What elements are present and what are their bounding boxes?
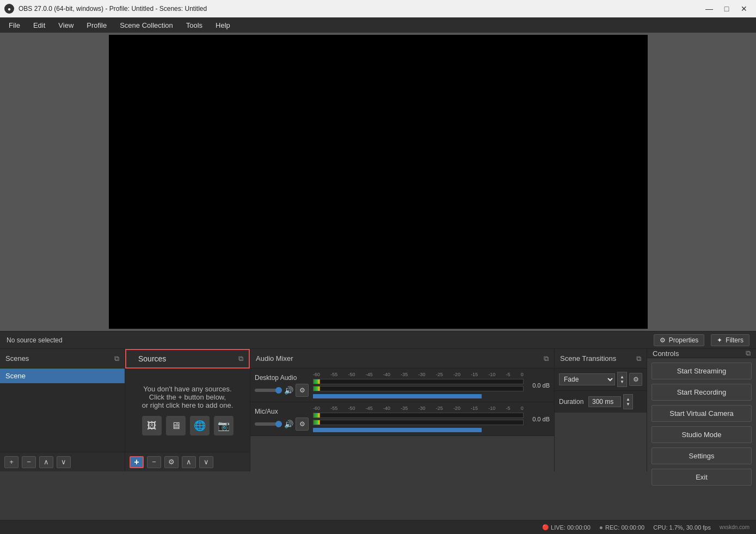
- menu-edit[interactable]: Edit: [27, 19, 52, 32]
- mic-aux-channel: Mic/Aux 🔊 ⚙ -60-55-50-45-40-35-30-25-20-…: [250, 402, 554, 436]
- audio-panel-icon[interactable]: ⧉: [544, 354, 549, 363]
- sources-empty-text: You don't have any sources. Click the + …: [142, 385, 233, 409]
- minimize-button[interactable]: —: [702, 4, 717, 14]
- sources-settings-button[interactable]: ⚙: [164, 456, 179, 468]
- live-status: 🔴 LIVE: 00:00:00: [542, 524, 591, 531]
- sources-type-icons: 🖼 🖥 🌐 📷: [142, 416, 233, 435]
- audio-header-label: Audio Mixer: [256, 354, 293, 363]
- start-streaming-button[interactable]: Start Streaming: [651, 363, 752, 379]
- controls-header-label: Controls: [653, 349, 679, 358]
- menu-scene-collection[interactable]: Scene Collection: [113, 19, 180, 32]
- scenes-remove-button[interactable]: −: [22, 456, 36, 468]
- desktop-audio-db: 0.0 dB: [528, 382, 550, 389]
- title-text: OBS 27.0.0 (64-bit, windows) - Profile: …: [19, 5, 207, 13]
- status-bar: No source selected ⚙ Properties ✦ Filter…: [0, 331, 756, 348]
- audio-panel: Audio Mixer ⧉ Desktop Audio 🔊 ⚙ -60-55-5…: [250, 349, 555, 471]
- bottom-panels: Scenes ⧉ Scene + − ∧ ∨ Sources ⧉ You don…: [0, 348, 756, 471]
- close-button[interactable]: ✕: [736, 4, 752, 14]
- desktop-audio-settings[interactable]: ⚙: [296, 384, 309, 397]
- duration-row: Duration ▲ ▼: [555, 391, 647, 413]
- transitions-panel-header: Scene Transitions ⧉: [555, 349, 647, 369]
- transition-settings-button[interactable]: ⚙: [629, 373, 642, 386]
- live-icon: 🔴: [542, 524, 549, 530]
- sources-empty-area[interactable]: You don't have any sources. Click the + …: [125, 369, 250, 452]
- mic-aux-meter: -60-55-50-45-40-35-30-25-20-15-10-50: [313, 406, 524, 432]
- duration-input[interactable]: [588, 396, 621, 407]
- rec-status: ● REC: 00:00:00: [599, 524, 644, 531]
- mic-aux-bar-1: [313, 413, 524, 418]
- window-controls: — □ ✕: [702, 4, 752, 14]
- scenes-panel-header: Scenes ⧉: [0, 349, 125, 369]
- mic-aux-slider[interactable]: [255, 422, 282, 426]
- scenes-header-label: Scenes: [5, 354, 29, 363]
- studio-mode-button[interactable]: Studio Mode: [651, 426, 752, 443]
- filters-button[interactable]: ✦ Filters: [711, 334, 749, 346]
- app-icon: ●: [4, 4, 14, 14]
- scenes-panel: Scenes ⧉ Scene + − ∧ ∨: [0, 349, 125, 471]
- desktop-audio-meter-labels: -60-55-50-45-40-35-30-25-20-15-10-50: [313, 372, 524, 377]
- sources-panel: Sources ⧉ You don't have any sources. Cl…: [125, 349, 250, 471]
- sources-panel-icon[interactable]: ⧉: [238, 354, 243, 363]
- menu-bar: File Edit View Profile Scene Collection …: [0, 17, 756, 33]
- live-label: LIVE: 00:00:00: [551, 524, 591, 531]
- start-virtual-camera-button[interactable]: Start Virtual Camera: [651, 405, 752, 422]
- transition-select[interactable]: Fade: [559, 373, 615, 385]
- image-source-icon: 🖼: [142, 416, 162, 435]
- desktop-audio-bar-1: [313, 379, 524, 384]
- scenes-add-button[interactable]: +: [4, 456, 19, 468]
- menu-tools[interactable]: Tools: [180, 19, 209, 32]
- preview-area: [0, 33, 756, 331]
- menu-file[interactable]: File: [2, 19, 27, 32]
- sources-toolbar: + − ⚙ ∧ ∨: [125, 452, 250, 471]
- exit-button[interactable]: Exit: [651, 469, 752, 486]
- controls-panel-icon[interactable]: ⧉: [746, 349, 751, 358]
- transitions-header-label: Scene Transitions: [560, 354, 616, 363]
- status-footer: 🔴 LIVE: 00:00:00 ● REC: 00:00:00 CPU: 1.…: [0, 520, 756, 534]
- menu-help[interactable]: Help: [209, 19, 237, 32]
- scenes-panel-icon[interactable]: ⧉: [114, 354, 119, 363]
- rec-dot: ●: [599, 524, 603, 531]
- filter-icon: ✦: [717, 336, 722, 344]
- sources-header-label: Sources: [132, 354, 173, 363]
- menu-view[interactable]: View: [52, 19, 80, 32]
- desktop-audio-mute[interactable]: 🔊: [284, 386, 293, 395]
- settings-button[interactable]: Settings: [651, 447, 752, 464]
- mic-aux-bar-2: [313, 420, 524, 425]
- scenes-down-button[interactable]: ∨: [57, 456, 71, 468]
- mic-aux-settings[interactable]: ⚙: [296, 418, 309, 431]
- controls-panel-header: Controls ⧉: [647, 349, 756, 358]
- watermark-text: wxskdn.com: [720, 524, 749, 530]
- cpu-label: CPU: 1.7%, 30.00 fps: [653, 524, 711, 531]
- mic-aux-mute[interactable]: 🔊: [284, 420, 293, 428]
- start-recording-button[interactable]: Start Recording: [651, 384, 752, 401]
- properties-button[interactable]: ⚙ Properties: [654, 334, 705, 346]
- transitions-panel-icon[interactable]: ⧉: [636, 354, 641, 363]
- controls-panel: Controls ⧉ Start Streaming Start Recordi…: [647, 349, 756, 471]
- mic-aux-meter-labels: -60-55-50-45-40-35-30-25-20-15-10-50: [313, 406, 524, 411]
- transitions-panel: Scene Transitions ⧉ Fade ▲ ▼ ⚙ Duration …: [555, 349, 647, 471]
- menu-profile[interactable]: Profile: [80, 19, 113, 32]
- title-bar-left: ● OBS 27.0.0 (64-bit, windows) - Profile…: [4, 4, 207, 14]
- desktop-audio-label: Desktop Audio: [255, 374, 309, 382]
- sources-up-button[interactable]: ∧: [182, 456, 196, 468]
- sources-down-button[interactable]: ∨: [199, 456, 213, 468]
- transition-spin-btn[interactable]: ▲ ▼: [617, 372, 627, 387]
- desktop-audio-slider[interactable]: [255, 389, 282, 392]
- browser-source-icon: 🌐: [190, 416, 210, 435]
- duration-spin[interactable]: ▲ ▼: [623, 394, 633, 409]
- no-source-label: No source selected: [7, 336, 647, 344]
- scenes-toolbar: + − ∧ ∨: [0, 452, 125, 471]
- scene-item[interactable]: Scene: [0, 369, 125, 383]
- mic-aux-label: Mic/Aux: [255, 408, 309, 415]
- maximize-button[interactable]: □: [719, 4, 734, 14]
- sources-remove-button[interactable]: −: [147, 456, 161, 468]
- rec-label: REC: 00:00:00: [605, 524, 644, 531]
- desktop-audio-meter: -60-55-50-45-40-35-30-25-20-15-10-50: [313, 372, 524, 398]
- mic-aux-db: 0.0 dB: [528, 416, 550, 422]
- scenes-list: Scene: [0, 369, 125, 452]
- filters-label: Filters: [726, 336, 743, 344]
- scenes-up-button[interactable]: ∧: [39, 456, 53, 468]
- sources-panel-header: Sources ⧉: [125, 349, 250, 369]
- camera-source-icon: 📷: [214, 416, 233, 435]
- sources-add-button[interactable]: +: [130, 456, 144, 468]
